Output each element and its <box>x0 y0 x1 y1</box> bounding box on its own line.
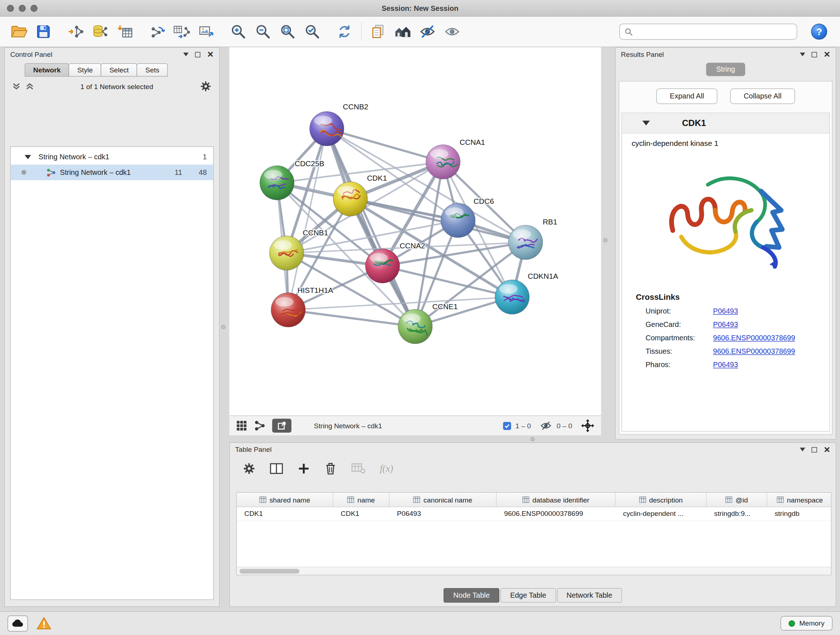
network-node-CCNA1[interactable]: CCNA1 <box>426 138 485 179</box>
column-header--id[interactable]: @id <box>706 493 767 507</box>
close-panel-icon[interactable]: ✕ <box>824 50 831 58</box>
float-panel-icon[interactable] <box>195 52 201 57</box>
splitter-handle[interactable] <box>531 437 535 441</box>
import-network-file-button[interactable] <box>63 19 88 44</box>
column-header-canonical-name[interactable]: canonical name <box>390 493 497 507</box>
tab-node-table[interactable]: Node Table <box>444 588 499 603</box>
close-panel-icon[interactable]: ✕ <box>207 50 214 58</box>
selected-checkbox-icon[interactable] <box>503 422 511 430</box>
save-session-button[interactable] <box>31 19 56 44</box>
panel-menu-icon[interactable] <box>800 52 806 56</box>
network-edge[interactable] <box>327 128 415 326</box>
node-label: CCNA2 <box>400 241 425 250</box>
collapse-all-icon[interactable] <box>12 82 20 90</box>
column-header-namespace[interactable]: namespace <box>767 493 832 507</box>
network-node-CCNB1[interactable]: CCNB1 <box>270 228 328 270</box>
clone-network-button[interactable] <box>145 19 169 44</box>
zoom-fit-button[interactable] <box>275 19 300 44</box>
network-graph[interactable]: CCNB2CCNA1CDC25BCDK1CDC6RB1CCNB1CCNA2CDK… <box>229 47 601 415</box>
search-input[interactable] <box>636 27 792 35</box>
expand-all-icon[interactable] <box>26 82 34 90</box>
crosslink-row: GeneCard:P06493 <box>622 318 829 331</box>
string-results-tab[interactable]: String <box>706 63 745 76</box>
home-views-button[interactable] <box>391 19 415 44</box>
network-node-RB1[interactable]: RB1 <box>508 218 557 259</box>
import-network-icon <box>68 24 84 39</box>
hidden-eye-icon[interactable] <box>539 420 553 431</box>
crosslink-link[interactable]: P06493 <box>713 307 738 315</box>
table-row[interactable]: CDK1CDK1P064939606.ENSP00000378699cyclin… <box>237 507 831 521</box>
tab-network-table[interactable]: Network Table <box>557 588 622 603</box>
tab-network[interactable]: Network <box>25 63 69 77</box>
column-header-database-identifier[interactable]: database identifier <box>497 493 616 507</box>
tab-edge-table[interactable]: Edge Table <box>500 588 556 603</box>
float-panel-icon[interactable] <box>812 447 817 452</box>
results-panel-title: Results Panel <box>621 50 664 58</box>
network-edge[interactable] <box>288 310 415 326</box>
memory-button[interactable]: Memory <box>781 616 833 631</box>
panel-menu-icon[interactable] <box>183 52 189 56</box>
grid-view-icon[interactable] <box>236 420 248 432</box>
warning-icon[interactable] <box>36 616 51 630</box>
tab-select[interactable]: Select <box>101 63 137 77</box>
column-header-name[interactable]: name <box>333 493 389 507</box>
gear-icon[interactable] <box>200 80 212 92</box>
crosslink-link[interactable]: 9606.ENSP00000378699 <box>713 348 795 356</box>
splitter-handle[interactable] <box>221 325 226 329</box>
network-node-CDKN1A[interactable]: CDKN1A <box>495 272 558 314</box>
zoom-fit-icon <box>279 24 295 40</box>
string-results-container: Expand All Collapse All CDK1 cyclin-depe… <box>619 81 832 435</box>
add-column-icon[interactable] <box>297 462 310 475</box>
collapse-all-button[interactable]: Collapse All <box>730 88 795 104</box>
splitter-handle[interactable] <box>603 238 607 242</box>
zoom-in-button[interactable] <box>226 19 251 44</box>
scrollbar-thumb[interactable] <box>240 568 300 573</box>
apply-layout-button[interactable] <box>332 19 357 44</box>
crosslink-link[interactable]: P06493 <box>713 321 738 329</box>
cloud-button[interactable] <box>8 615 28 631</box>
close-panel-icon[interactable]: ✕ <box>824 446 831 454</box>
birdseye-view-icon[interactable] <box>254 420 266 432</box>
delete-column-icon[interactable] <box>324 462 337 476</box>
panel-menu-icon[interactable] <box>800 448 806 451</box>
expand-all-button[interactable]: Expand All <box>657 88 718 104</box>
network-node-CDK1[interactable]: CDK1 <box>333 174 387 216</box>
network-node-CDC6[interactable]: CDC6 <box>441 197 494 238</box>
crosslink-link[interactable]: P06493 <box>713 361 738 369</box>
open-session-button[interactable] <box>6 19 31 44</box>
tab-sets[interactable]: Sets <box>137 63 168 77</box>
zoom-selected-button[interactable] <box>300 19 325 44</box>
crosslink-link[interactable]: 9606.ENSP00000378699 <box>713 334 795 342</box>
open-in-window-button[interactable] <box>272 419 291 433</box>
help-button[interactable]: ? <box>807 19 831 44</box>
gene-entry-header[interactable]: CDK1 <box>622 113 829 133</box>
tab-style[interactable]: Style <box>69 63 101 77</box>
float-panel-icon[interactable] <box>812 52 817 57</box>
network-node-CCNB2[interactable]: CCNB2 <box>309 103 368 146</box>
entry-collapse-caret-icon[interactable] <box>643 120 650 125</box>
network-edge[interactable] <box>288 128 327 310</box>
show-all-button[interactable] <box>440 19 464 44</box>
show-columns-icon[interactable] <box>270 462 284 475</box>
hide-selected-button[interactable] <box>415 19 440 44</box>
current-network-bullet-icon <box>21 170 26 174</box>
column-header-description[interactable]: description <box>616 493 707 507</box>
network-canvas[interactable]: CCNB2CCNA1CDC25BCDK1CDC6RB1CCNB1CCNA2CDK… <box>229 47 601 415</box>
network-collection-row[interactable]: String Network – cdk1 1 <box>11 149 213 165</box>
table-settings-gear-icon[interactable] <box>243 462 256 475</box>
crosshair-move-icon[interactable] <box>581 419 595 433</box>
export-image-button[interactable] <box>194 19 218 44</box>
network-table-button[interactable] <box>169 19 194 44</box>
duplicate-document-button[interactable] <box>366 19 390 44</box>
network-node-HIST1H1A[interactable]: HIST1H1A <box>271 286 333 327</box>
tree-expand-caret-icon[interactable] <box>25 155 31 159</box>
gene-name: CDK1 <box>682 118 706 128</box>
column-header-shared-name[interactable]: shared name <box>237 493 333 507</box>
network-row[interactable]: String Network – cdk1 11 48 <box>11 165 213 180</box>
search-box[interactable] <box>619 24 797 40</box>
import-network-database-button[interactable] <box>88 19 112 44</box>
zoom-out-button[interactable] <box>251 19 275 44</box>
network-edge[interactable] <box>327 128 443 162</box>
horizontal-scrollbar[interactable] <box>237 567 831 575</box>
import-table-button[interactable] <box>112 19 137 44</box>
